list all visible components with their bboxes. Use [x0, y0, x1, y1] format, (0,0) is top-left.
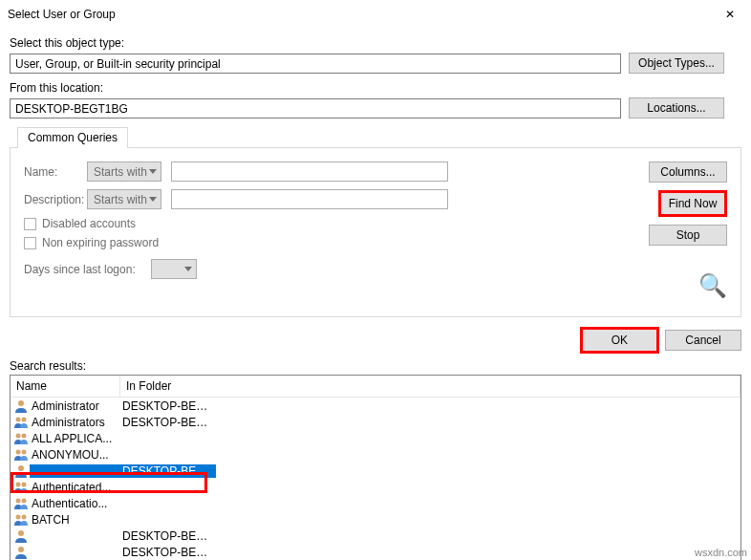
close-icon: ✕ — [725, 8, 735, 21]
locations-button[interactable]: Locations... — [629, 97, 724, 118]
name-cell: BATCH — [30, 513, 120, 527]
disabled-accounts-checkbox[interactable] — [24, 218, 36, 230]
name-cell: ANONYMOU... — [30, 448, 120, 462]
common-queries-panel: Name: Starts with Description: Starts wi… — [10, 147, 741, 317]
stop-button[interactable]: Stop — [649, 225, 727, 246]
search-results-label: Search results: — [0, 357, 751, 375]
table-row[interactable]: Authenticated... — [11, 479, 740, 495]
tab-common-queries[interactable]: Common Queries — [17, 127, 128, 148]
description-mode-value: Starts with — [94, 193, 147, 206]
group-icon — [12, 447, 30, 463]
group-icon — [12, 512, 30, 528]
table-row[interactable]: DESKTOP-BEG... — [11, 528, 740, 544]
window-title: Select User or Group — [8, 8, 116, 21]
find-now-label: Find Now — [669, 197, 718, 210]
days-since-logon-label: Days since last logon: — [24, 263, 136, 276]
description-filter-input[interactable] — [171, 189, 448, 209]
table-row[interactable]: AdministratorsDESKTOP-BEG... — [11, 414, 740, 430]
object-types-button[interactable]: Object Types... — [629, 53, 724, 74]
search-icon: 🔍 — [698, 272, 727, 299]
name-mode-combo[interactable]: Starts with — [87, 162, 161, 182]
folder-cell: DESKTOP-BEG... — [120, 464, 216, 478]
name-cell: ALL APPLICA... — [30, 432, 120, 445]
description-filter-label: Description: — [24, 193, 77, 206]
object-type-label: Select this object type: — [10, 36, 741, 50]
name-cell: ... — [30, 464, 120, 478]
name-mode-value: Starts with — [94, 165, 147, 179]
user-icon — [12, 545, 30, 560]
watermark: wsxdn.com — [691, 545, 751, 560]
location-field[interactable] — [10, 98, 621, 118]
group-icon — [12, 480, 30, 495]
name-cell: Authenticatio... — [30, 497, 120, 510]
name-cell: Authenticated... — [30, 481, 120, 494]
table-row[interactable]: ALL APPLICA... — [11, 430, 740, 446]
grid-header: Name In Folder — [11, 376, 740, 398]
group-icon — [12, 431, 30, 446]
user-icon — [12, 528, 30, 544]
user-icon — [12, 463, 30, 479]
columns-button[interactable]: Columns... — [649, 162, 727, 183]
folder-cell: DESKTOP-BEG... — [120, 416, 216, 429]
object-type-field[interactable] — [10, 54, 621, 74]
description-mode-combo[interactable]: Starts with — [87, 189, 161, 209]
chevron-down-icon — [184, 267, 192, 271]
name-cell: Administrators — [30, 416, 120, 429]
results-grid[interactable]: Name In Folder AdministratorDESKTOP-BEG.… — [10, 375, 741, 560]
group-icon — [12, 496, 30, 511]
ok-button[interactable]: OK — [580, 327, 659, 354]
table-row[interactable]: DESKTOP-BEG... — [11, 544, 740, 560]
ok-label: OK — [612, 334, 628, 347]
table-row[interactable]: AdministratorDESKTOP-BEG... — [11, 398, 740, 414]
disabled-accounts-label: Disabled accounts — [42, 217, 136, 230]
table-row[interactable]: BATCH — [11, 511, 740, 528]
chevron-down-icon — [149, 197, 157, 202]
location-label: From this location: — [10, 81, 741, 95]
folder-cell: DESKTOP-BEG... — [120, 529, 216, 543]
table-row[interactable]: ...DESKTOP-BEG... — [11, 463, 740, 479]
folder-cell: DESKTOP-BEG... — [120, 546, 216, 559]
table-row[interactable]: Authenticatio... — [11, 495, 740, 511]
name-cell: Administrator — [30, 399, 120, 413]
non-expiring-password-checkbox[interactable] — [24, 237, 36, 249]
folder-cell: DESKTOP-BEG... — [120, 399, 216, 413]
close-button[interactable]: ✕ — [708, 0, 751, 29]
find-now-button[interactable]: Find Now — [658, 190, 727, 217]
days-since-logon-combo[interactable] — [151, 259, 197, 279]
tab-bar: Common Queries — [10, 126, 741, 147]
column-header-name[interactable]: Name — [11, 376, 120, 397]
name-filter-label: Name: — [24, 165, 77, 179]
name-filter-input[interactable] — [171, 162, 448, 182]
title-bar: Select User or Group ✕ — [0, 0, 751, 29]
chevron-down-icon — [149, 169, 157, 174]
column-header-folder[interactable]: In Folder — [120, 376, 740, 397]
user-icon — [12, 398, 30, 414]
non-expiring-password-label: Non expiring password — [42, 236, 159, 249]
cancel-button[interactable]: Cancel — [665, 330, 741, 351]
group-icon — [12, 415, 30, 430]
table-row[interactable]: ANONYMOU... — [11, 446, 740, 463]
